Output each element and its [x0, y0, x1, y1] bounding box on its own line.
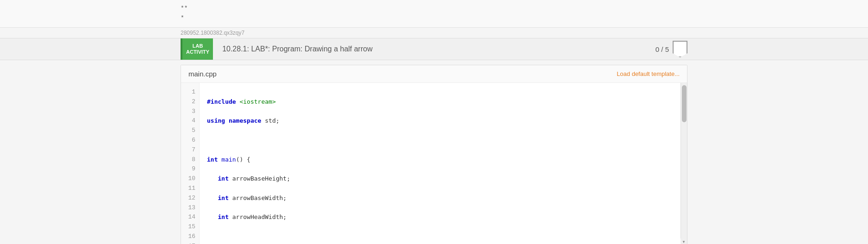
code-editor-header: main.cpp Load default template... [181, 65, 687, 83]
code-line-5: int arrowBaseHeight; [207, 174, 673, 184]
ln-8: 8 [185, 155, 195, 165]
id-line: 280952.1800382.qx3zqy7 [0, 28, 868, 38]
code-content[interactable]: #include <iostream> using namespace std;… [200, 83, 681, 244]
snippet-line-2: * [181, 13, 687, 23]
score-badge [673, 41, 687, 57]
snippet-line-1: ** [181, 4, 687, 13]
lab-score: 0 / 5 [656, 41, 687, 57]
lab-activity-label: LABAcTivITY [181, 38, 213, 60]
ln-13: 13 [185, 203, 195, 213]
ln-17: 17 [185, 242, 195, 244]
ln-3: 3 [185, 107, 195, 117]
lab-activity-text: LABAcTivITY [186, 43, 209, 55]
code-line-1: #include <iostream> [207, 97, 673, 107]
code-line-4: int main() { [207, 155, 673, 165]
ln-1: 1 [185, 88, 195, 97]
code-editor-container: main.cpp Load default template... 1 2 3 … [181, 65, 687, 244]
code-body: 1 2 3 4 5 6 7 8 9 10 11 12 13 14 15 16 1… [181, 83, 687, 244]
code-line-3 [207, 136, 673, 145]
code-line-2: using namespace std; [207, 116, 673, 126]
file-name: main.cpp [188, 70, 217, 78]
code-line-7: int arrowHeadWidth; [207, 213, 673, 222]
ln-12: 12 [185, 194, 195, 203]
load-template-link[interactable]: Load default template... [617, 70, 680, 77]
page-wrapper: ** * 280952.1800382.qx3zqy7 LABAcTivITY … [0, 0, 868, 244]
ln-16: 16 [185, 232, 195, 242]
code-snippet-area: ** * [0, 0, 868, 28]
ln-10: 10 [185, 174, 195, 184]
line-numbers: 1 2 3 4 5 6 7 8 9 10 11 12 13 14 15 16 1… [181, 83, 200, 244]
ln-7: 7 [185, 145, 195, 155]
ln-2: 2 [185, 97, 195, 107]
ln-6: 6 [185, 136, 195, 145]
ln-11: 11 [185, 184, 195, 194]
ln-5: 5 [185, 126, 195, 136]
code-line-8 [207, 232, 673, 242]
lab-title: 10.28.1: LAB*: Program: Drawing a half a… [213, 45, 656, 53]
lab-activity-bar: LABAcTivITY 10.28.1: LAB*: Program: Draw… [0, 38, 868, 60]
ln-9: 9 [185, 164, 195, 174]
scrollbar-thumb[interactable] [682, 85, 687, 122]
scrollbar-area[interactable]: ▼ [681, 83, 687, 244]
scrollbar-down-arrow[interactable]: ▼ [681, 238, 687, 244]
ln-15: 15 [185, 222, 195, 232]
code-line-6: int arrowBaseWidth; [207, 194, 673, 203]
score-value: 0 / 5 [656, 45, 669, 53]
ln-14: 14 [185, 213, 195, 222]
ln-4: 4 [185, 116, 195, 126]
